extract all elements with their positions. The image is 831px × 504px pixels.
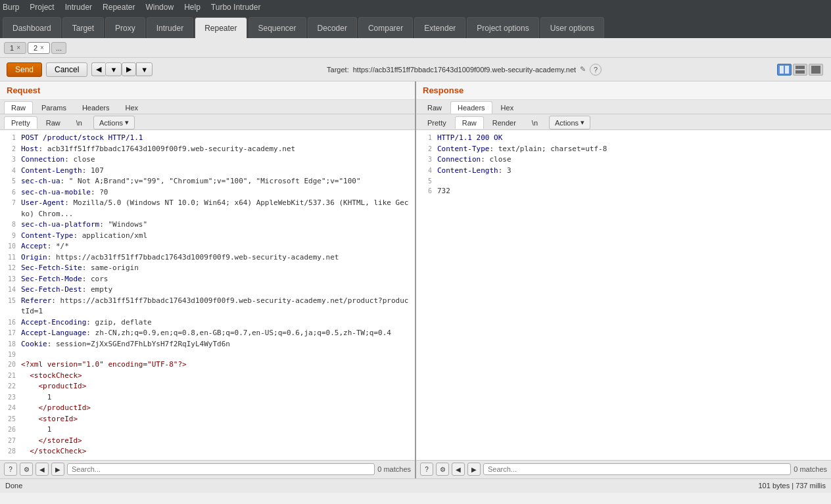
back-button[interactable]: ◀ [91,62,105,76]
response-next-match-icon[interactable]: ▶ [467,463,481,476]
help-target-icon[interactable]: ? [590,64,602,76]
table-row: 22 <productId> [4,381,411,392]
request-fmt-raw[interactable]: Raw [39,116,68,129]
table-row: 6732 [420,186,827,197]
table-row: 2Content-Type: text/plain; charset=utf-8 [420,144,827,155]
line-content: 1 [21,424,411,436]
response-prev-match-icon[interactable]: ◀ [452,463,465,476]
line-content [21,350,411,359]
tab-intruder[interactable]: Intruder [147,17,193,38]
response-settings-icon[interactable]: ⚙ [436,463,449,476]
split-v-icon [795,66,805,74]
tab-dashboard[interactable]: Dashboard [3,17,61,38]
response-search-input[interactable] [483,463,791,475]
line-number: 28 [4,446,16,457]
line-content: <stockCheck> [21,371,411,382]
tab-project-options[interactable]: Project options [467,17,538,38]
back-forward-group: ◀ ▼ ▶ ▼ [91,62,153,76]
menu-burp[interactable]: Burp [3,3,19,12]
request-next-match-icon[interactable]: ▶ [51,463,64,476]
menu-turbo-intruder[interactable]: Turbo Intruder [211,3,261,12]
tab-target[interactable]: Target [62,17,104,38]
line-content: sec-ch-ua: " Not A;Brand";v="99", "Chrom… [21,176,411,187]
tab-extender[interactable]: Extender [414,17,465,38]
edit-target-icon[interactable]: ✎ [580,65,586,74]
single-icon [811,66,820,74]
line-content: sec-ch-ua-mobile: ?0 [21,187,411,198]
tab-decoder[interactable]: Decoder [308,17,357,38]
request-settings-icon[interactable]: ⚙ [20,463,33,476]
response-actions-dropdown[interactable]: Actions ▾ [549,116,590,129]
menu-help[interactable]: Help [184,3,201,12]
request-tab-hex[interactable]: Hex [118,101,146,114]
tab-sequencer[interactable]: Sequencer [249,17,306,38]
response-code-area[interactable]: 1HTTP/1.1 200 OK2Content-Type: text/plai… [416,130,831,460]
table-row: 17Accept-Language: zh-CN,zh;q=0.9,en;q=0… [4,328,411,339]
menu-project[interactable]: Project [30,3,54,12]
tab-repeater[interactable]: Repeater [195,17,247,38]
menu-bar: Burp Project Intruder Repeater Window He… [0,0,831,14]
request-tab-params[interactable]: Params [34,101,74,114]
response-fmt-render[interactable]: Render [485,116,523,129]
request-fmt-ln[interactable]: \n [69,116,89,129]
request-fmt-pretty[interactable]: Pretty [4,116,37,129]
line-content: Sec-Fetch-Dest: empty [21,285,411,296]
line-number: 18 [4,339,16,350]
line-number: 1 [4,133,16,144]
status-bar: Done 101 bytes | 737 millis [0,478,831,493]
request-prev-match-icon[interactable]: ◀ [36,463,49,476]
line-number: 24 [4,403,16,414]
request-panel: Request Raw Params Headers Hex Pretty Ra… [0,81,416,478]
tab-comparer[interactable]: Comparer [358,17,413,38]
request-tab-raw[interactable]: Raw [4,101,33,114]
view-split-vertical[interactable] [793,64,807,76]
tab-user-options[interactable]: User options [540,17,604,38]
table-row: 2Host: acb31ff51ff7bbadc17643d1009f00f9.… [4,144,411,155]
response-help-icon[interactable]: ? [420,463,433,476]
line-content: Connection: close [437,154,827,166]
response-fmt-pretty[interactable]: Pretty [420,116,454,129]
line-number: 20 [4,359,16,371]
response-fmt-raw[interactable]: Raw [455,116,484,129]
target-info: Target: https://acb31ff51ff7bbadc17643d1… [327,64,602,76]
view-single[interactable] [809,64,823,76]
repeater-tab-1[interactable]: 1 × [4,42,26,54]
table-row: 6sec-ch-ua-mobile: ?0 [4,187,411,198]
repeater-tab-2[interactable]: 2 × [28,42,50,54]
repeater-tab-1-close[interactable]: × [16,44,20,51]
repeater-tab-more[interactable]: ... [51,42,66,54]
request-tab-headers[interactable]: Headers [75,101,117,114]
status-right: 101 bytes | 737 millis [758,482,826,490]
view-split-horizontal[interactable] [777,64,792,76]
request-code-area[interactable]: 1POST /product/stock HTTP/1.12Host: acb3… [0,130,415,460]
table-row: 8sec-ch-ua-platform: "Windows" [4,219,411,231]
line-content: </stockCheck> [21,446,411,457]
line-content: Sec-Fetch-Mode: cors [21,274,411,285]
forward-button[interactable]: ▶ [122,62,136,76]
send-button[interactable]: Send [7,62,42,77]
response-tab-headers[interactable]: Headers [450,101,492,114]
menu-repeater[interactable]: Repeater [103,3,135,12]
tab-proxy[interactable]: Proxy [105,17,145,38]
response-fmt-ln[interactable]: \n [525,116,545,129]
cancel-button[interactable]: Cancel [46,62,87,77]
svg-rect-3 [795,70,805,74]
menu-window[interactable]: Window [145,3,174,12]
request-search-input[interactable] [67,463,375,475]
response-tab-hex[interactable]: Hex [494,101,521,114]
line-number: 14 [4,285,16,296]
response-tab-raw[interactable]: Raw [420,101,449,114]
response-format-tabs: Pretty Raw Render \n Actions ▾ [416,114,831,130]
request-actions-dropdown[interactable]: Actions ▾ [93,116,135,129]
back-dropdown[interactable]: ▼ [105,62,122,76]
repeater-tab-2-close[interactable]: × [40,44,44,51]
line-content [437,176,827,186]
forward-dropdown[interactable]: ▼ [136,62,153,76]
menu-intruder[interactable]: Intruder [65,3,92,12]
response-search-bar: ? ⚙ ◀ ▶ 0 matches [416,460,831,478]
line-number: 3 [420,154,432,166]
svg-rect-0 [780,66,784,74]
line-content: User-Agent: Mozilla/5.0 (Windows NT 10.0… [21,198,411,219]
request-help-icon[interactable]: ? [4,463,17,476]
target-url: https://acb31ff51ff7bbadc17643d1009f00f9… [353,66,576,74]
